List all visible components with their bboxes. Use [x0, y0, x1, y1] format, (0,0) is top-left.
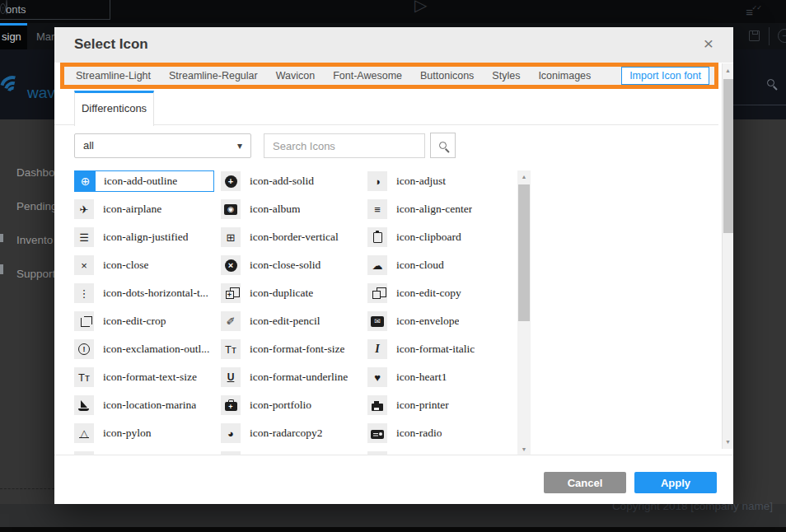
zoom-out-icon[interactable]: − — [778, 29, 786, 43]
dialog-scrollbar[interactable]: ▲ ▼ — [722, 63, 733, 449]
tab-differenticons[interactable]: Differenticons — [74, 91, 154, 126]
dialog-footer: Cancel Apply — [54, 455, 733, 504]
sidebar-item[interactable]: Support — [16, 268, 54, 280]
icon-list-item[interactable]: ☰ icon-align-justified — [74, 226, 214, 248]
icon-list-item[interactable]: × icon-close-solid — [221, 254, 361, 276]
icon-list-item[interactable]: + icon-add-solid — [221, 170, 361, 192]
icon-name-label: icon-printer — [396, 399, 449, 412]
sidebar-item[interactable]: Pending — [16, 200, 54, 212]
icon-list-item[interactable]: ♥ icon-heart1 — [367, 366, 508, 388]
icon-name-label: icon-duplicate — [250, 287, 313, 300]
icon-list-item[interactable]: icon-location-marina — [74, 394, 214, 416]
scroll-up-icon[interactable]: ▲ — [517, 174, 531, 180]
brand-logo: waven — [0, 74, 54, 111]
search-icon — [439, 142, 447, 149]
icon-preview: + — [221, 171, 241, 191]
icon-preview — [74, 395, 94, 415]
dialog-header: Select Icon × — [54, 27, 733, 63]
fonts-dropdown[interactable]: onts — [0, 0, 110, 20]
icon-list-item[interactable]: Tᴛ icon-format-text-size — [74, 366, 214, 388]
icon-font-tab[interactable]: Buttonicons — [420, 70, 474, 82]
icon-list-item[interactable]: ! icon-exclamation-outl... — [74, 338, 214, 360]
icon-list-item[interactable]: Tᴛ icon-format-font-size — [221, 338, 361, 360]
icon-list-item[interactable]: ☁ icon-cloud — [367, 254, 508, 276]
save-icon[interactable] — [749, 30, 760, 41]
icon-list-item[interactable]: ≡ icon-align-center — [367, 198, 508, 220]
scroll-up-icon[interactable]: ▲ — [723, 68, 733, 73]
icon-set-tabs-row: Differenticons — [54, 89, 718, 125]
icon-glyph: ! — [78, 343, 90, 355]
sidebar-icon — [0, 234, 3, 242]
icon-preview — [74, 311, 94, 331]
sidebar-item[interactable]: Dashbo — [16, 166, 54, 179]
scrollbar-thumb[interactable] — [723, 79, 733, 233]
icon-preview: ⊞ — [221, 227, 241, 247]
icon-list-item[interactable]: ◕ icon-radarcopy2 — [221, 422, 361, 444]
scroll-down-icon[interactable]: ▼ — [723, 439, 733, 445]
icon-list-item[interactable]: icon-edit-copy — [367, 282, 508, 304]
tab-manage[interactable]: Mar — [36, 30, 54, 43]
icon-name-label: icon-format-italic — [396, 343, 475, 356]
icon-list-item[interactable]: ✐ icon-edit-pencil — [221, 310, 361, 332]
icon-list-item[interactable]: ◑ icon-adjust — [367, 170, 508, 192]
icon-list-item[interactable]: + icon-duplicate — [221, 282, 361, 304]
icon-list-item[interactable]: icon-radio — [367, 422, 508, 444]
icon-list-item[interactable]: icon-clipboard — [367, 226, 508, 248]
scrollbar-thumb[interactable] — [518, 184, 530, 321]
search-button[interactable] — [430, 133, 456, 158]
icon-glyph: × — [81, 259, 87, 272]
icon-font-tab[interactable]: Streamline-Regular — [169, 70, 258, 82]
icon-list-item[interactable]: U icon-format-underline — [221, 366, 361, 388]
play-icon[interactable]: ▷ — [414, 0, 427, 15]
icon-name-label: icon-format-font-size — [250, 343, 344, 356]
icon-preview: ⊕ — [75, 171, 96, 192]
icon-list-item[interactable]: ⋮ icon-dots-horizontal-t... — [74, 282, 214, 304]
icon-list-item[interactable]: ✈ icon-airplane — [74, 198, 214, 220]
icon-glyph: × — [225, 259, 237, 272]
icon-list-scrollbar[interactable]: ▲ ▼ — [517, 170, 531, 455]
icon-font-tab[interactable]: Styles — [492, 70, 520, 82]
icon-name-label: icon-portfolio — [250, 399, 311, 412]
icon-preview: ♥ — [367, 367, 387, 387]
tab-design[interactable]: sign — [0, 23, 27, 49]
select-icon-dialog: Select Icon × Streamline-LightStreamline… — [54, 27, 733, 504]
icon-font-tab[interactable]: Streamline-Light — [76, 70, 151, 82]
icon-glyph: ≡ — [374, 203, 381, 216]
icon-list-item[interactable]: icon-edit-crop — [74, 310, 214, 332]
icon-list-item[interactable]: ⊕ icon-add-outline — [74, 170, 214, 192]
icon-font-tab[interactable]: Wavicon — [276, 70, 315, 82]
icon-list-item[interactable]: × icon-close — [74, 254, 214, 276]
icon-glyph: Tᴛ — [225, 343, 236, 356]
icon-name-label: icon-add-solid — [250, 175, 314, 188]
icon-glyph — [373, 232, 382, 243]
cancel-button[interactable]: Cancel — [544, 472, 626, 493]
icon-glyph: + — [225, 175, 237, 188]
icon-list-item[interactable]: ✉ icon-envelope — [367, 310, 508, 332]
icon-preview: U — [221, 367, 241, 387]
close-icon[interactable]: × — [704, 34, 713, 54]
icon-preview — [367, 395, 387, 415]
icon-list-item[interactable]: △ icon-pylon — [74, 422, 214, 444]
icon-preview: + — [221, 395, 241, 415]
icon-font-tabs: Streamline-LightStreamline-RegularWavico… — [60, 63, 718, 89]
icon-list-item[interactable]: + icon-portfolio — [221, 394, 361, 416]
icon-list-item[interactable]: icon-printer — [367, 394, 508, 416]
checklist-checks-icon: ✓✓ — [752, 4, 761, 12]
import-icon-font-button[interactable]: Import Icon font — [621, 67, 709, 85]
icon-font-tab[interactable]: Iconimages — [538, 70, 591, 82]
icon-preview: ☰ — [74, 227, 94, 247]
icon-glyph — [78, 400, 90, 411]
category-select[interactable]: all ▾ — [74, 133, 251, 158]
search-icon[interactable] — [767, 79, 774, 86]
sidebar-item[interactable]: Invento — [16, 234, 53, 246]
category-select-value: all — [83, 139, 94, 152]
scroll-down-icon[interactable]: ▼ — [517, 446, 531, 452]
icon-font-tab[interactable]: Font-Awesome — [333, 70, 402, 82]
icon-preview: × — [221, 255, 241, 275]
icon-list-item[interactable]: ◉ icon-album — [221, 198, 361, 220]
icon-name-label: icon-airplane — [103, 203, 161, 216]
apply-button[interactable]: Apply — [634, 472, 717, 493]
search-icons-input[interactable] — [264, 133, 425, 158]
icon-list-item[interactable]: ⊞ icon-border-vertical — [221, 226, 361, 248]
icon-list-item[interactable]: I icon-format-italic — [367, 338, 508, 360]
